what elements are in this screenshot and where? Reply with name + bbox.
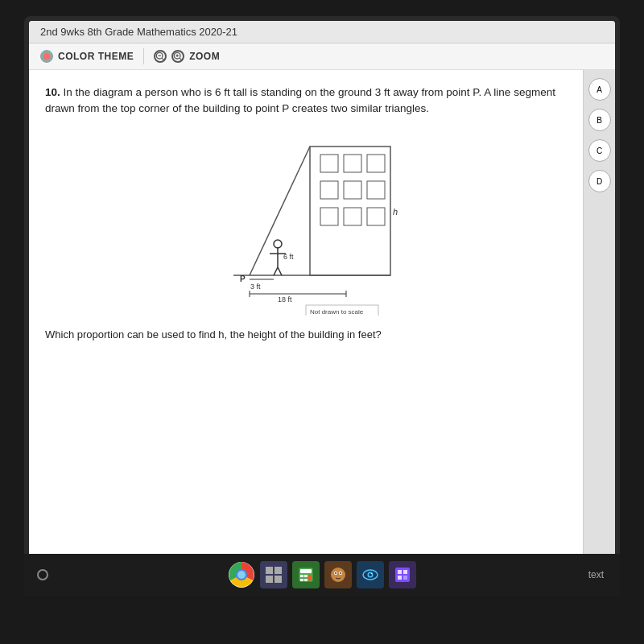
svg-rect-54 <box>403 570 407 574</box>
svg-rect-32 <box>266 567 273 574</box>
svg-rect-33 <box>275 567 282 574</box>
svg-line-4 <box>180 58 182 60</box>
dist-3ft-label: 3 ft <box>250 283 261 291</box>
question-number: 10. <box>45 86 60 98</box>
sub-question: Which proportion can be used to find h, … <box>45 328 567 341</box>
title-text: 2nd 9wks 8th Grade Mathematics 2020-21 <box>40 26 237 38</box>
svg-line-22 <box>278 267 282 275</box>
svg-rect-35 <box>275 576 282 583</box>
taskbar-right: text <box>585 561 607 588</box>
eye-icon[interactable] <box>357 561 384 588</box>
svg-rect-14 <box>320 208 338 225</box>
toolbar-divider <box>143 48 144 64</box>
answer-option-c[interactable]: C <box>588 139 611 162</box>
height-label: 6 ft <box>283 253 294 261</box>
svg-rect-40 <box>308 575 312 580</box>
svg-rect-53 <box>398 570 402 574</box>
svg-rect-8 <box>320 155 338 172</box>
svg-line-21 <box>274 267 278 275</box>
svg-rect-52 <box>395 568 410 582</box>
taskbar: text <box>24 554 620 596</box>
answer-option-d[interactable]: D <box>588 170 611 192</box>
calculator-icon[interactable] <box>292 561 320 588</box>
svg-rect-37 <box>300 569 312 573</box>
taskbar-time: text <box>585 561 607 588</box>
p-label: P <box>240 275 246 283</box>
not-to-scale-label: Not drawn to scale <box>310 308 364 316</box>
svg-rect-12 <box>344 181 361 199</box>
answer-panel: A B C D <box>583 70 615 556</box>
svg-rect-11 <box>320 181 338 199</box>
chrome-icon[interactable] <box>228 561 255 588</box>
svg-rect-38 <box>300 575 303 577</box>
taskbar-center <box>228 561 416 588</box>
diagram-svg: 6 ft P 3 ft 18 ft <box>193 130 419 316</box>
svg-line-1 <box>162 58 164 60</box>
mascot-icon[interactable] <box>324 561 352 588</box>
svg-rect-42 <box>304 579 308 581</box>
svg-rect-15 <box>344 208 361 225</box>
zoom-in-icon[interactable] <box>171 50 184 63</box>
grid-app-icon[interactable] <box>260 561 287 588</box>
taskbar-circle[interactable] <box>37 569 48 580</box>
svg-rect-41 <box>300 579 303 581</box>
svg-point-51 <box>371 573 373 575</box>
game-icon[interactable] <box>389 561 416 588</box>
svg-point-19 <box>274 240 282 248</box>
zoom-out-icon[interactable] <box>154 50 167 63</box>
toolbar: COLOR THEME <box>29 43 615 70</box>
svg-point-31 <box>237 571 246 579</box>
dist-18ft-label: 18 ft <box>278 295 292 303</box>
h-label: h <box>393 207 398 217</box>
color-theme-icon <box>40 50 53 63</box>
taskbar-left <box>37 569 48 580</box>
svg-line-23 <box>250 147 310 275</box>
answer-option-b[interactable]: B <box>588 109 611 131</box>
svg-point-46 <box>335 572 336 574</box>
zoom-group: ZOOM <box>154 50 220 63</box>
svg-rect-39 <box>304 575 308 577</box>
question-body: In the diagram a person who is 6 ft tall… <box>45 86 555 114</box>
color-theme-button[interactable]: COLOR THEME <box>40 50 134 63</box>
diagram-container: 6 ft P 3 ft 18 ft <box>45 130 567 316</box>
svg-rect-13 <box>367 181 385 199</box>
svg-point-47 <box>340 572 341 574</box>
svg-point-43 <box>331 568 345 582</box>
svg-rect-56 <box>403 576 407 580</box>
answer-option-a[interactable]: A <box>588 78 611 101</box>
svg-rect-55 <box>398 576 402 580</box>
main-content: 10. In the diagram a person who is 6 ft … <box>29 70 615 556</box>
svg-rect-10 <box>367 155 385 172</box>
color-theme-label: COLOR THEME <box>58 51 134 62</box>
title-bar: 2nd 9wks 8th Grade Mathematics 2020-21 <box>29 21 615 43</box>
svg-rect-9 <box>344 155 361 172</box>
question-text: 10. In the diagram a person who is 6 ft … <box>45 85 567 118</box>
zoom-label: ZOOM <box>189 51 220 62</box>
svg-rect-34 <box>266 576 273 583</box>
svg-rect-16 <box>367 208 385 225</box>
question-area: 10. In the diagram a person who is 6 ft … <box>29 70 583 556</box>
